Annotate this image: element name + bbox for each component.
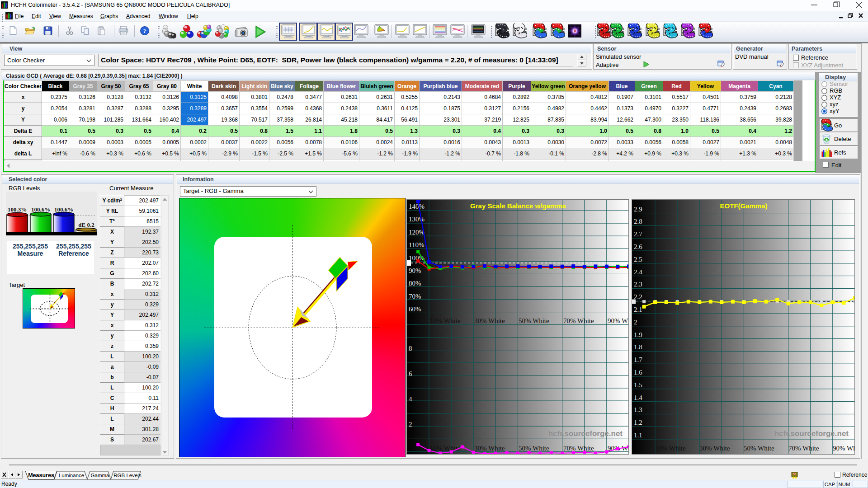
svg-text:100.6%: 100.6%	[54, 206, 73, 213]
svg-text:2.1: 2.1	[634, 306, 642, 313]
svg-text:8: 8	[409, 345, 412, 352]
svg-text:1.2: 1.2	[634, 419, 642, 426]
svg-text:2.4: 2.4	[634, 268, 642, 276]
svg-text:90%: 90%	[409, 267, 421, 274]
svg-text:50% White: 50% White	[519, 317, 549, 324]
svg-text:4: 4	[409, 395, 412, 403]
svg-text:30% White: 30% White	[699, 445, 730, 452]
svg-text:dE 0.2: dE 0.2	[78, 221, 94, 228]
svg-text:100.3%: 100.3%	[8, 206, 27, 213]
svg-text:140%: 140%	[409, 203, 425, 210]
svg-text:30% White: 30% White	[474, 317, 505, 324]
svg-text:90% White: 90% White	[608, 317, 629, 324]
svg-text:1.9: 1.9	[634, 331, 642, 338]
svg-text:hcfr.sourceforge.net: hcfr.sourceforge.net	[548, 429, 623, 438]
svg-text:Gray Scale Balance w/gamma: Gray Scale Balance w/gamma	[470, 202, 566, 210]
svg-text:10% White: 10% White	[430, 317, 461, 324]
svg-text:70%: 70%	[409, 293, 421, 300]
svg-text:2: 2	[634, 319, 637, 326]
svg-text:Measures: Measures	[28, 472, 54, 479]
svg-text:50% White: 50% White	[744, 445, 774, 452]
svg-text:30% White: 30% White	[474, 445, 505, 452]
svg-text:1.3: 1.3	[634, 406, 642, 413]
svg-text:10% White: 10% White	[655, 445, 686, 452]
svg-text:2.2: 2.2	[634, 293, 642, 300]
svg-text:hcfr.sourceforge.net: hcfr.sourceforge.net	[774, 429, 849, 438]
svg-text:1.6: 1.6	[634, 369, 642, 376]
svg-text:80%: 80%	[409, 280, 421, 287]
svg-text:6: 6	[409, 370, 412, 377]
svg-text:70% White: 70% White	[563, 317, 594, 324]
svg-text:2.6: 2.6	[634, 243, 642, 250]
svg-text:110%: 110%	[409, 241, 424, 249]
svg-text:60%: 60%	[409, 305, 421, 313]
svg-text:2.7: 2.7	[634, 230, 642, 238]
svg-text:100.6%: 100.6%	[31, 206, 50, 213]
svg-text:120%: 120%	[409, 229, 425, 236]
svg-text:50% White: 50% White	[519, 445, 549, 452]
svg-text:1.5: 1.5	[634, 381, 642, 389]
svg-text:?: ?	[143, 28, 146, 34]
svg-text:70% White: 70% White	[563, 445, 594, 452]
svg-text:10% White: 10% White	[430, 445, 461, 452]
svg-text:EOTF(Gamma): EOTF(Gamma)	[720, 202, 767, 210]
svg-text:Luminance: Luminance	[59, 473, 84, 478]
svg-text:2: 2	[409, 421, 412, 428]
svg-text:70% White: 70% White	[788, 445, 819, 452]
svg-text:Gamma: Gamma	[91, 473, 110, 478]
svg-text:1.7: 1.7	[634, 356, 642, 363]
svg-text:RGB Levels: RGB Levels	[113, 473, 142, 478]
svg-text:2.8: 2.8	[634, 218, 642, 225]
svg-text:1.4: 1.4	[634, 394, 642, 401]
svg-text:2.3: 2.3	[634, 281, 642, 288]
svg-text:2.5: 2.5	[634, 256, 642, 263]
svg-text:2.9: 2.9	[634, 206, 642, 213]
svg-text:1.1: 1.1	[634, 432, 642, 439]
svg-text:1.8: 1.8	[634, 343, 642, 351]
svg-text:90% White: 90% White	[833, 445, 855, 452]
